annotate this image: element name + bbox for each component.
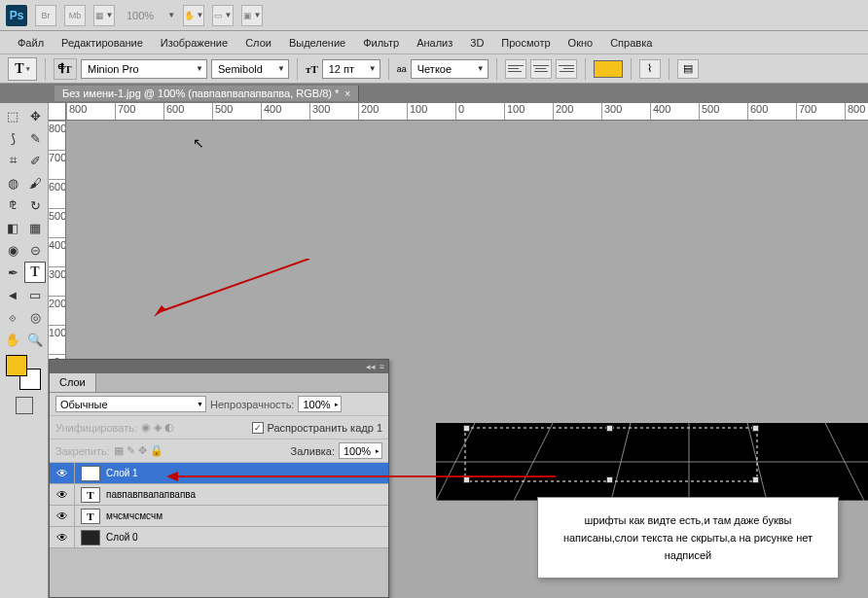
align-right-button[interactable]	[556, 59, 577, 79]
fill-input[interactable]: 100%▸	[339, 442, 382, 459]
document-tab[interactable]: Без имени-1.jpg @ 100% (павпавпвапапвапв…	[54, 86, 359, 101]
quick-select-tool[interactable]: ✎	[24, 127, 46, 149]
menu-layers[interactable]: Слои	[237, 34, 279, 52]
layer-thumbnail[interactable]: T	[81, 487, 100, 503]
options-bar: T▾ ⸿T Minion Pro▼ Semibold▼ тТ 12 пт▼ aa…	[0, 54, 868, 84]
layer-name[interactable]: Слой 1	[106, 468, 138, 478]
layer-name[interactable]: мчсмчсмсчм	[106, 510, 163, 521]
move-tool[interactable]: ✥	[24, 105, 46, 126]
ruler-origin[interactable]	[49, 103, 66, 121]
canvas-image-content	[436, 423, 868, 501]
3d-camera-tool[interactable]: ◎	[24, 306, 46, 328]
brush-tool[interactable]: 🖌	[24, 172, 46, 193]
screen-mode-icon[interactable]: ▣▼	[241, 5, 263, 26]
layer-row[interactable]: 👁 T павпавпвапапвапва	[50, 484, 388, 506]
propagate-checkbox[interactable]: ✓	[252, 422, 264, 434]
stamp-tool[interactable]: ⅊	[2, 194, 23, 216]
layer-row[interactable]: 👁 T Слой 1	[50, 463, 388, 484]
marquee-tool[interactable]: ⬚	[2, 105, 23, 126]
align-left-button[interactable]	[505, 59, 526, 79]
warp-text-button[interactable]: ⌇	[639, 59, 661, 79]
visibility-toggle[interactable]: 👁	[50, 527, 75, 548]
ruler-horizontal[interactable]: 8007006005004003002001000100200300400500…	[66, 103, 868, 121]
close-tab-icon[interactable]: ×	[344, 88, 350, 99]
font-size-icon: тТ	[306, 63, 318, 75]
lock-label: Закрепить:	[55, 445, 110, 457]
font-style-combo[interactable]: Semibold▼	[211, 59, 289, 79]
eraser-tool[interactable]: ◧	[2, 217, 23, 238]
crop-tool[interactable]: ⌗	[2, 150, 23, 171]
menu-help[interactable]: Справка	[602, 34, 660, 52]
propagate-label: Распространить кадр 1	[268, 422, 382, 434]
menu-edit[interactable]: Редактирование	[54, 34, 151, 52]
layer-name[interactable]: павпавпвапапвапва	[106, 489, 196, 500]
quick-mask-toggle[interactable]	[16, 397, 33, 414]
dodge-tool[interactable]: ⊝	[24, 239, 46, 261]
menu-filter[interactable]: Фильтр	[355, 34, 407, 52]
annotation-callout: шрифты как видте есть,и там даже буквы н…	[537, 497, 839, 579]
font-style-value: Semibold	[218, 63, 263, 75]
arrange-icon[interactable]: ▭▼	[212, 5, 234, 26]
visibility-toggle[interactable]: 👁	[50, 463, 75, 484]
bridge-icon[interactable]: Br	[35, 5, 56, 26]
layers-tab[interactable]: Слои	[50, 373, 96, 392]
shape-tool[interactable]: ▭	[24, 284, 46, 305]
hand-tool[interactable]: ✋	[2, 329, 23, 350]
menu-analysis[interactable]: Анализ	[409, 34, 460, 52]
text-orientation-toggle[interactable]: ⸿T	[54, 58, 77, 80]
lasso-tool[interactable]: ⟆	[2, 127, 23, 149]
extras-icon[interactable]: ▦▼	[93, 5, 115, 26]
menu-bar: Файл Редактирование Изображение Слои Выд…	[0, 31, 868, 54]
menu-image[interactable]: Изображение	[153, 34, 235, 52]
menu-icon[interactable]: ≡	[380, 362, 384, 371]
layer-row[interactable]: 👁 T мчсмчсмсчм	[50, 506, 388, 527]
unify-icons: ◉ ◈ ◐	[141, 421, 174, 434]
annotation-arrow-1	[154, 259, 309, 317]
font-family-value: Minion Pro	[88, 63, 139, 75]
gradient-tool[interactable]: ▦	[24, 217, 46, 238]
pen-tool[interactable]: ✒	[2, 262, 23, 283]
menu-view[interactable]: Просмотр	[493, 34, 558, 52]
zoom-tool[interactable]: 🔍	[24, 329, 46, 350]
path-select-tool[interactable]: ◄	[2, 284, 23, 305]
menu-file[interactable]: Файл	[10, 34, 52, 52]
svg-rect-11	[465, 428, 757, 481]
hand-tool-icon[interactable]: ✋▼	[183, 5, 204, 26]
type-tool[interactable]: T	[24, 262, 46, 283]
layer-thumbnail[interactable]: T	[81, 509, 100, 524]
font-family-combo[interactable]: Minion Pro▼	[81, 59, 207, 79]
character-panel-toggle[interactable]: ▤	[677, 59, 699, 79]
font-size-combo[interactable]: 12 пт▼	[322, 59, 380, 79]
color-picker[interactable]	[6, 355, 41, 390]
blur-tool[interactable]: ◉	[2, 239, 23, 261]
healing-tool[interactable]: ◍	[2, 172, 23, 193]
layer-thumbnail[interactable]	[81, 530, 100, 545]
3d-tool[interactable]: ⟐	[2, 306, 23, 328]
opacity-input[interactable]: 100%▸	[298, 396, 342, 412]
opacity-label: Непрозрачность:	[210, 399, 294, 410]
antialias-combo[interactable]: Четкое▼	[411, 59, 488, 79]
menu-3d[interactable]: 3D	[462, 34, 491, 52]
lock-icons[interactable]: ▦ ✎ ✥ 🔒	[114, 444, 163, 457]
visibility-toggle[interactable]: 👁	[50, 506, 75, 527]
tool-preset[interactable]: T▾	[8, 57, 37, 81]
history-brush-tool[interactable]: ↻	[24, 194, 46, 216]
visibility-toggle[interactable]: 👁	[50, 484, 75, 506]
eyedropper-tool[interactable]: ✐	[24, 150, 46, 171]
minibridge-icon[interactable]: Mb	[64, 5, 86, 26]
menu-select[interactable]: Выделение	[281, 34, 353, 52]
blend-mode-combo[interactable]: Обычные▼	[55, 396, 206, 412]
layer-thumbnail[interactable]: T	[81, 466, 100, 481]
panel-header[interactable]: ◂◂≡	[50, 360, 388, 373]
align-center-button[interactable]	[530, 59, 552, 79]
zoom-level[interactable]: 100%	[123, 10, 158, 21]
layer-name[interactable]: Слой 0	[106, 532, 138, 543]
menu-window[interactable]: Окно	[561, 34, 601, 52]
foreground-color[interactable]	[6, 355, 27, 376]
text-color-swatch[interactable]	[594, 60, 623, 78]
collapse-icon[interactable]: ◂◂	[366, 362, 376, 371]
app-toolbar: Ps Br Mb ▦▼ 100%▼ ✋▼ ▭▼ ▣▼	[0, 0, 868, 31]
workspace: ⬚ ✥ ⟆ ✎ ⌗ ✐ ◍ 🖌 ⅊ ↻ ◧ ▦ ◉ ⊝ ✒ T ◄ ▭ ⟐ ◎ …	[0, 103, 868, 598]
layers-panel[interactable]: ◂◂≡ Слои Обычные▼ Непрозрачность: 100%▸ …	[49, 359, 389, 598]
layer-row[interactable]: 👁 Слой 0	[50, 527, 388, 548]
